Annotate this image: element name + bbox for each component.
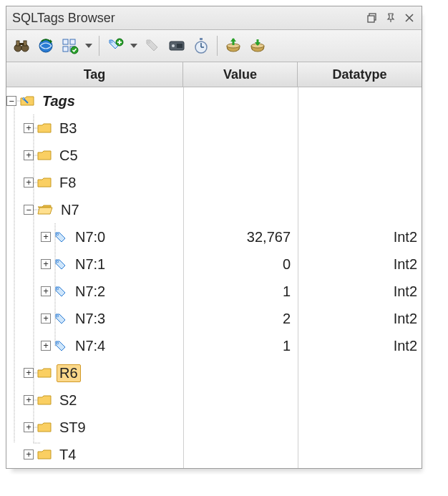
import-button[interactable] <box>223 35 244 57</box>
expand-icon[interactable]: + <box>41 341 51 351</box>
tag-value: 1 <box>183 338 298 354</box>
device-icon <box>168 39 185 53</box>
tag-icon <box>54 258 68 271</box>
tag-icon <box>54 339 68 352</box>
chevron-down-icon <box>130 44 137 48</box>
tag-icon <box>54 230 68 243</box>
root-label: Tags <box>39 93 78 110</box>
toolbar <box>6 30 422 62</box>
svg-rect-1 <box>368 16 374 22</box>
svg-marker-22 <box>130 44 137 48</box>
restore-icon[interactable] <box>364 10 380 26</box>
folder-icon <box>36 122 52 135</box>
expand-icon[interactable]: + <box>41 259 51 269</box>
column-divider <box>183 87 184 468</box>
tree-folder-row[interactable]: + ST9 <box>6 414 422 441</box>
tag-label: N7:2 <box>72 283 108 300</box>
svg-rect-12 <box>63 39 68 44</box>
folder-label: F8 <box>57 175 79 191</box>
expand-icon[interactable]: + <box>24 178 34 188</box>
tree-folder-row[interactable]: + C5 <box>6 142 422 169</box>
svg-rect-26 <box>177 44 182 48</box>
svg-rect-7 <box>16 41 19 46</box>
expand-icon[interactable]: + <box>24 150 34 160</box>
multi-edit-dropdown[interactable] <box>84 35 94 57</box>
expand-icon[interactable]: + <box>24 449 34 459</box>
column-divider <box>298 87 298 468</box>
export-button[interactable] <box>247 35 268 57</box>
svg-rect-28 <box>200 38 203 40</box>
tree-body[interactable]: − Tags + B <box>6 87 422 468</box>
write-value-button[interactable] <box>142 35 163 57</box>
expand-icon[interactable]: + <box>41 232 51 242</box>
device-button[interactable] <box>166 35 188 57</box>
export-icon <box>249 38 266 54</box>
tree-folder-row[interactable]: + F8 <box>6 169 422 196</box>
expand-icon[interactable]: + <box>24 368 34 378</box>
header-tag[interactable]: Tag <box>6 62 183 87</box>
folder-label: C5 <box>57 147 81 164</box>
new-tag-icon <box>107 37 124 54</box>
svg-point-25 <box>172 44 175 47</box>
toolbar-separator <box>99 36 99 56</box>
tree-tag-row[interactable]: + N7:0 32,767 Int2 <box>6 223 422 251</box>
svg-point-18 <box>110 41 112 43</box>
collapse-icon[interactable]: − <box>6 96 16 106</box>
collapse-icon[interactable]: − <box>24 205 34 215</box>
folder-label: ST9 <box>57 419 89 436</box>
tag-icon <box>54 285 68 298</box>
folder-icon <box>36 421 52 434</box>
folder-label: B3 <box>57 120 79 137</box>
svg-rect-14 <box>63 47 68 52</box>
tag-label: N7:4 <box>72 338 108 354</box>
tag-type: Int2 <box>298 229 422 245</box>
folder-icon <box>36 448 52 461</box>
tag-value: 32,767 <box>183 229 298 245</box>
pin-icon[interactable] <box>383 10 399 26</box>
svg-rect-13 <box>70 39 75 44</box>
folder-icon <box>36 149 52 162</box>
tree-tag-row[interactable]: + N7:3 2 Int2 <box>6 305 422 332</box>
refresh-button[interactable] <box>35 35 57 57</box>
tree-root-row[interactable]: − Tags <box>6 87 422 115</box>
tree-folder-row[interactable]: + R6 <box>6 359 422 386</box>
header-value[interactable]: Value <box>183 62 298 87</box>
find-button[interactable] <box>11 35 32 57</box>
svg-point-54 <box>23 98 25 100</box>
close-icon[interactable] <box>401 10 417 26</box>
tag-value: 2 <box>183 311 298 327</box>
expand-icon[interactable]: + <box>24 123 34 133</box>
header-datatype[interactable]: Datatype <box>298 62 422 87</box>
tree-folder-row[interactable]: − N7 <box>6 196 422 223</box>
folder-label: S2 <box>57 392 79 409</box>
folder-label: N7 <box>58 202 82 218</box>
tree-folder-row[interactable]: + B3 <box>6 115 422 142</box>
tree-folder-row[interactable]: + T4 <box>6 441 422 468</box>
svg-point-57 <box>57 288 58 289</box>
expand-icon[interactable]: + <box>41 313 51 324</box>
expand-icon[interactable]: + <box>24 395 34 405</box>
tree-tag-row[interactable]: + N7:4 1 Int2 <box>6 332 422 359</box>
tag-value: 1 <box>183 283 298 300</box>
tree-tag-row[interactable]: + N7:1 0 Int2 <box>6 251 422 278</box>
tag-label: N7:0 <box>72 229 108 245</box>
window-title: SQLTags Browser <box>12 11 361 26</box>
folder-open-icon <box>36 203 54 216</box>
title-bar: SQLTags Browser <box>6 6 422 30</box>
multi-edit-icon <box>62 37 79 54</box>
svg-marker-33 <box>230 38 236 42</box>
multi-edit-button[interactable] <box>59 35 81 57</box>
new-tag-dropdown[interactable] <box>129 35 139 57</box>
tree-folder-row[interactable]: + S2 <box>6 386 422 414</box>
timer-button[interactable] <box>190 35 212 57</box>
tag-type: Int2 <box>298 311 422 327</box>
folder-label: T4 <box>57 447 79 463</box>
chevron-down-icon <box>85 44 92 48</box>
expand-icon[interactable]: + <box>41 286 51 296</box>
tree-tag-row[interactable]: + N7:2 1 Int2 <box>6 278 422 305</box>
refresh-globe-icon <box>37 37 54 54</box>
new-tag-button[interactable] <box>104 35 126 57</box>
toolbar-separator <box>217 36 218 56</box>
tag-type: Int2 <box>298 338 422 354</box>
expand-icon[interactable]: + <box>24 422 34 432</box>
